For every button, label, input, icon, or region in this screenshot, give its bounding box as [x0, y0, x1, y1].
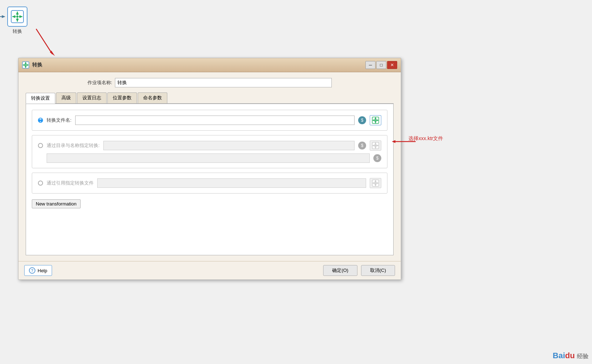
dialog-title-left: 转换: [22, 61, 42, 69]
option3-section: 通过引用指定转换文件: [32, 173, 387, 194]
svg-point-43: [375, 145, 376, 146]
option1-section: 转换文件名: $: [32, 110, 387, 131]
option2-input1[interactable]: [103, 141, 355, 150]
job-name-label: 作业项名称:: [87, 79, 112, 86]
svg-line-12: [36, 29, 52, 54]
option3-row: 通过引用指定转换文件: [38, 178, 381, 188]
tabs-container: 转换设置 高级 设置日志 位置参数 命名参数: [26, 92, 394, 104]
node-ktr-icon: [11, 10, 24, 23]
option3-browse-btn[interactable]: [370, 178, 381, 188]
option2-second-row: $: [38, 153, 381, 163]
svg-marker-1: [2, 15, 5, 18]
tab-set-log[interactable]: 设置日志: [77, 92, 107, 103]
tab-advanced[interactable]: 高级: [56, 92, 76, 103]
svg-point-33: [375, 120, 376, 121]
option2-row: 通过目录与名称指定转换: $: [38, 140, 381, 151]
job-name-input[interactable]: [115, 78, 332, 87]
option1-input[interactable]: [75, 116, 355, 125]
help-circle-icon: ?: [29, 267, 35, 274]
option3-ktr-icon: [372, 179, 379, 187]
dialog-controls: ─ □ ✕: [365, 61, 397, 69]
option2-browse-btn[interactable]: [370, 140, 381, 151]
option1-ktr-icon: [372, 117, 379, 124]
close-button[interactable]: ✕: [387, 61, 397, 69]
option3-label: 通过引用指定转换文件: [47, 180, 94, 186]
option2-ktr-icon: [372, 142, 379, 149]
footer-right-btns: 确定(O) 取消(C): [323, 265, 395, 276]
node-input-arrow: [0, 13, 5, 20]
tab-transform-settings[interactable]: 转换设置: [26, 93, 55, 104]
dialog-title-text: 转换: [32, 62, 42, 68]
option1-row: 转换文件名: $: [38, 115, 381, 125]
option3-input[interactable]: [97, 178, 366, 188]
option2-input2[interactable]: [47, 153, 370, 163]
annotation-text: 选择xxx.ktr文件: [408, 135, 443, 142]
option2-label: 通过目录与名称指定转换:: [47, 142, 100, 149]
option2-dollar-btn: $: [358, 142, 366, 150]
help-label: Help: [38, 268, 47, 273]
option1-label: 转换文件名:: [47, 117, 72, 124]
option1-dollar-btn[interactable]: $: [358, 116, 366, 124]
option1-browse-btn[interactable]: [370, 115, 381, 125]
node-label: 转换: [13, 28, 22, 35]
tab-naming-params[interactable]: 命名参数: [138, 92, 167, 103]
option2-radio[interactable]: [38, 143, 43, 148]
svg-point-53: [375, 182, 376, 184]
option1-radio[interactable]: [38, 118, 43, 123]
baidu-watermark: Baidu 经验: [553, 351, 588, 360]
dialog-title-icon: [22, 61, 29, 69]
dialog-body: 作业项名称: 转换设置 高级 设置日志 位置参数 命名参数 转换文件名: $: [18, 72, 401, 261]
dialog-footer: ? Help 确定(O) 取消(C): [18, 261, 401, 280]
new-transformation-button[interactable]: New transformation: [32, 199, 81, 208]
svg-point-11: [16, 16, 18, 18]
option2-dollar-btn2: $: [373, 154, 381, 162]
restore-button[interactable]: □: [376, 61, 386, 69]
option3-radio[interactable]: [38, 181, 43, 186]
job-name-row: 作业项名称:: [26, 78, 394, 87]
node-container: 转换: [7, 6, 27, 35]
dialog-window: 转换 ─ □ ✕ 作业项名称: 转换设置 高级 设置日志 位置参数 命名参数: [18, 58, 401, 280]
help-button[interactable]: ? Help: [24, 265, 52, 276]
cancel-button[interactable]: 取消(C): [361, 265, 395, 276]
tab-location-params[interactable]: 位置参数: [107, 92, 137, 103]
tab-panel-transform-settings: 转换文件名: $: [26, 104, 394, 255]
node-icon-box[interactable]: [7, 6, 27, 27]
dialog-titlebar: 转换 ─ □ ✕: [18, 58, 401, 72]
minimize-button[interactable]: ─: [365, 61, 376, 69]
ok-button[interactable]: 确定(O): [323, 265, 357, 276]
svg-point-23: [25, 64, 26, 66]
option2-section: 通过目录与名称指定转换: $: [32, 135, 387, 168]
svg-marker-55: [392, 140, 395, 143]
